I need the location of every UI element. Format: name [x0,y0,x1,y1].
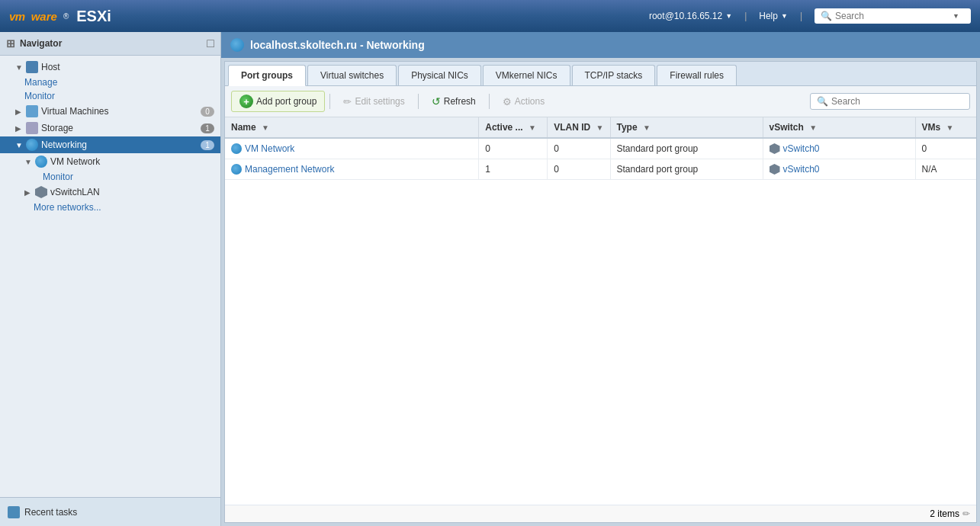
sidebar-item-storage[interactable]: ▶ Storage 1 [0,120,220,136]
recent-tasks-label: Recent tasks [24,507,77,518]
col-header-vms[interactable]: VMs ▼ [915,117,976,138]
row-name-link-0[interactable]: VM Network [245,143,294,154]
cell-active-0: 0 [479,138,548,159]
sidebar-item-monitor[interactable]: Monitor [0,89,220,103]
refresh-button[interactable]: ↺ Refresh [423,91,484,111]
vms-expand-arrow[interactable]: ▶ [15,107,23,116]
refresh-icon: ↺ [432,95,441,107]
content-body: Port groups Virtual switches Physical NI… [224,61,977,523]
app-header: vmware® ESXi root@10.16.65.12 ▼ | Help ▼… [0,0,980,32]
active-sort-icon: ▼ [529,123,536,132]
vm-network-monitor-label: Monitor [43,172,73,182]
manage-label: Manage [24,77,57,88]
storage-badge: 1 [201,123,214,133]
col-header-active[interactable]: Active ... ▼ [479,117,548,138]
storage-expand-arrow[interactable]: ▶ [15,124,23,133]
vms-icon [26,105,38,117]
sidebar-item-vm-network[interactable]: ▼ VM Network [0,153,220,170]
col-header-vlan[interactable]: VLAN ID ▼ [548,117,610,138]
sidebar-item-networking[interactable]: ▼ Networking 1 [0,136,220,153]
add-port-group-label: Add port group [256,96,316,107]
host-label: Host [41,62,214,72]
user-dropdown-arrow[interactable]: ▼ [725,12,732,20]
row-globe-icon-0 [231,143,242,154]
table-row[interactable]: VM Network 0 0 Standard port group vSwit… [225,138,976,159]
col-header-name[interactable]: Name ▼ [225,117,479,138]
sidebar-item-manage[interactable]: Manage [0,75,220,89]
edit-settings-label: Edit settings [355,96,404,107]
sidebar-content: ▼ Host Manage Monitor ▶ Virtual Machines… [0,56,220,497]
toolbar-sep3 [489,94,490,109]
vm-network-label: VM Network [50,156,214,167]
help-dropdown-arrow[interactable]: ▼ [781,12,788,20]
vlan-sort-icon: ▼ [596,123,604,132]
refresh-label: Refresh [444,96,476,107]
help-menu[interactable]: Help ▼ [759,11,788,21]
networking-label: Networking [41,140,198,150]
sidebar-item-more-networks[interactable]: More networks... [0,200,220,214]
vms-badge: 0 [201,107,214,117]
sidebar-item-vswitchlan[interactable]: ▶ vSwitchLAN [0,184,220,200]
cell-type-1: Standard port group [610,159,763,180]
tab-firewall-rules[interactable]: Firewall rules [657,65,737,85]
table-row[interactable]: Management Network 1 0 Standard port gro… [225,159,976,180]
type-sort-icon: ▼ [643,123,651,132]
toolbar-search-input[interactable] [831,96,963,107]
navigator-grid-icon: ⊞ [6,37,15,50]
user-label: root@10.16.65.12 [649,11,722,21]
header-search-box: 🔍 ▼ [815,8,971,24]
user-menu[interactable]: root@10.16.65.12 ▼ [649,11,732,21]
add-port-group-icon: + [239,95,253,108]
header-sep1: | [744,11,747,21]
content-header: localhost.skoltech.ru - Networking [221,32,980,58]
host-expand-arrow[interactable]: ▼ [15,63,23,72]
toolbar-sep1 [329,94,330,109]
table-header-row: Name ▼ Active ... ▼ VLAN ID ▼ [225,117,976,138]
tab-vmkernel-nics[interactable]: VMkernel NICs [483,65,570,85]
toolbar-sep2 [418,94,419,109]
tab-port-groups[interactable]: Port groups [228,65,306,86]
cell-vms-0: 0 [915,138,976,159]
edit-settings-button[interactable]: ✏ Edit settings [335,92,413,111]
header-search-input[interactable] [835,11,949,21]
header-search-dropdown[interactable]: ▼ [953,12,959,20]
vswitch-link-0[interactable]: vSwitch0 [783,143,820,154]
data-table: Name ▼ Active ... ▼ VLAN ID ▼ [225,117,976,505]
page-title: localhost.skoltech.ru - Networking [250,39,425,51]
tab-physical-nics[interactable]: Physical NICs [398,65,481,85]
sidebar-item-host[interactable]: ▼ Host [0,59,220,75]
cell-vms-1: N/A [915,159,976,180]
vm-network-expand-arrow[interactable]: ▼ [24,158,32,166]
vswitchlan-icon [35,186,47,198]
cell-active-1: 1 [479,159,548,180]
vswitch-icon-0 [770,143,780,154]
col-header-vswitch[interactable]: vSwitch ▼ [763,117,915,138]
actions-label: Actions [515,96,545,107]
host-icon [26,61,38,73]
tab-virtual-switches[interactable]: Virtual switches [307,65,397,85]
col-header-type[interactable]: Type ▼ [610,117,763,138]
sidebar-item-vms[interactable]: ▶ Virtual Machines 0 [0,103,220,120]
nav-close-icon[interactable]: □ [207,37,214,50]
content-area: localhost.skoltech.ru - Networking Port … [221,32,980,526]
actions-gear-icon: ⚙ [503,96,512,107]
edit-icon: ✏ [343,96,352,107]
vswitchlan-expand-arrow[interactable]: ▶ [24,188,32,197]
header-search-icon: 🔍 [821,11,832,21]
content-title-icon [230,38,244,52]
pencil-edit-icon[interactable]: ✏ [962,508,970,519]
cell-type-0: Standard port group [610,138,763,159]
monitor-label: Monitor [24,91,55,101]
sidebar-item-vm-network-monitor[interactable]: Monitor [0,170,220,184]
cell-name-1: Management Network [225,159,479,180]
actions-button[interactable]: ⚙ Actions [494,92,553,111]
add-port-group-button[interactable]: + Add port group [231,91,325,112]
networking-badge: 1 [201,140,214,150]
vswitch-link-1[interactable]: vSwitch0 [783,164,820,175]
navigator-title: Navigator [20,38,62,49]
main-layout: ⊞ Navigator □ ▼ Host Manage Monitor ▶ [0,32,980,526]
tab-tcpip-stacks[interactable]: TCP/IP stacks [572,65,656,85]
networking-expand-arrow[interactable]: ▼ [15,141,23,149]
row-name-link-1[interactable]: Management Network [245,164,334,175]
navigator-header: ⊞ Navigator □ [0,32,220,56]
